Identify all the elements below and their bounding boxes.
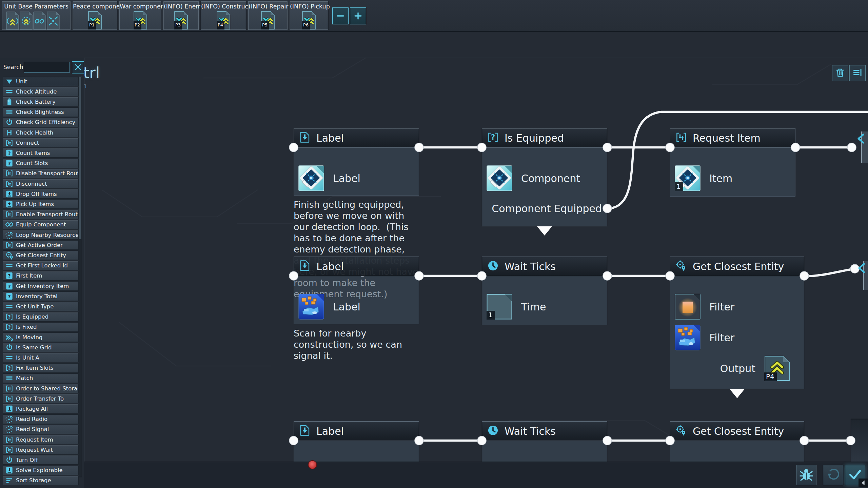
node-header[interactable]: Label	[294, 257, 419, 276]
sidebar-item-check-grid-efficiency[interactable]: Check Grid Efficiency	[3, 118, 79, 127]
node-slot[interactable]: Output P4	[720, 355, 790, 381]
component-slot-icon[interactable]	[298, 165, 324, 191]
search-input[interactable]	[24, 62, 70, 73]
radar-chevrons-icon[interactable]	[6, 12, 19, 30]
chevron-left-icon[interactable]	[856, 133, 865, 146]
sidebar-item-sort-storage[interactable]: Sort Storage	[3, 476, 79, 485]
sidebar-item-is-unit-a[interactable]: Is Unit A	[3, 353, 79, 362]
sidebar-item-count-items[interactable]: ?Count Items	[3, 148, 79, 158]
sidebar-item-count-slots[interactable]: ?Count Slots	[3, 159, 79, 168]
sidebar-item-get-active-order[interactable]: Get Active Order	[3, 240, 79, 250]
sidebar-item-enable-transport-route[interactable]: Enable Transport Route	[3, 210, 79, 219]
undo-button[interactable]	[823, 465, 843, 485]
filter-orange-slot-icon[interactable]	[675, 294, 701, 320]
sidebar-item-get-closest-entity[interactable]: Get Closest Entity	[3, 250, 79, 260]
sidebar-item-is-equipped[interactable]: ?Is Equipped	[3, 312, 79, 322]
node-body[interactable]	[482, 441, 607, 462]
node-header[interactable]: Wait Ticks	[482, 421, 607, 441]
node-slot[interactable]: Label	[298, 294, 360, 320]
sidebar-item-loop-nearby-resources[interactable]: Loop Nearby Resources	[3, 230, 79, 240]
node-request-item[interactable]: Request Item 1Item	[670, 128, 795, 197]
node-slot[interactable]: Component	[487, 165, 580, 191]
construction-slot-icon[interactable]	[675, 325, 701, 350]
sidebar-item-first-item[interactable]: ?First Item	[3, 271, 79, 281]
sidebar-item-match[interactable]: Match	[3, 373, 79, 383]
converge-icon[interactable]	[47, 12, 60, 30]
sidebar-item-read-radio[interactable]: Read Radio	[3, 414, 79, 424]
debug-button[interactable]	[796, 465, 816, 485]
component-slot-icon[interactable]	[487, 165, 512, 191]
sidebar-item-check-blightness[interactable]: Check Blightness	[3, 107, 79, 117]
sidebar-item-is-same-grid[interactable]: Is Same Grid	[3, 343, 79, 352]
tab--info-pickup[interactable]: (INFO) PickupP6	[290, 1, 328, 30]
sidebar-scrollbar[interactable]	[79, 77, 82, 477]
scrollbar-thumb[interactable]	[79, 77, 81, 239]
node-slot[interactable]: Filter	[675, 325, 734, 350]
sidebar-item-get-inventory-item[interactable]: ?Get Inventory Item	[3, 281, 79, 291]
node-header[interactable]: Label	[294, 421, 419, 441]
node-wait-ticks-2[interactable]: Wait Ticks	[482, 421, 607, 462]
sidebar-item-order-to-shared-storage[interactable]: Order to Shared Storage	[3, 384, 79, 393]
sidebar-item-inventory-total[interactable]: ?Inventory Total	[3, 291, 79, 301]
node-body[interactable]	[670, 441, 804, 462]
sidebar-item-check-battery[interactable]: Check Battery	[3, 97, 79, 106]
p4-slot-icon[interactable]: P4	[764, 355, 790, 381]
node-header[interactable]: Get Closest Entity	[670, 421, 804, 441]
sidebar-item-unit[interactable]: Unit	[3, 77, 79, 86]
sidebar-item-get-first-locked-id[interactable]: Get First Locked Id	[3, 261, 79, 270]
node-header[interactable]: ?Is Equipped	[482, 128, 607, 148]
node-get-closest-entity-1[interactable]: Get Closest Entity Filter FilterOutput P…	[670, 257, 804, 389]
search-clear-button[interactable]	[72, 61, 84, 74]
offscreen-node-fragment[interactable]	[851, 419, 868, 462]
parameter-doc-icon[interactable]: P3	[174, 11, 188, 29]
sidebar-item-pick-up-items[interactable]: Pick Up Items	[3, 199, 79, 209]
node-slot[interactable]: Label	[298, 165, 360, 191]
parameter-doc-icon[interactable]: P2	[134, 11, 147, 29]
sidebar-item-fix-item-slots[interactable]: ?Fix Item Slots	[3, 363, 79, 373]
node-label-3[interactable]: Label	[294, 421, 419, 462]
tab--info-enemy[interactable]: (INFO) EnemyP3	[163, 1, 199, 30]
link-icon[interactable]	[33, 12, 46, 30]
node-header[interactable]: Wait Ticks	[482, 257, 607, 276]
sidebar-item-get-unit-type[interactable]: Get Unit Type	[3, 302, 79, 311]
add-tab-button[interactable]	[350, 7, 366, 24]
sidebar-item-check-altitude[interactable]: Check Altitude	[3, 87, 79, 96]
node-header[interactable]: Label	[294, 128, 419, 148]
sidebar-item-check-health[interactable]: Check Health	[3, 128, 79, 137]
parameter-doc-icon[interactable]: P5	[261, 11, 275, 29]
cycle-chevrons-icon[interactable]	[20, 12, 33, 30]
chevron-left-icon[interactable]	[857, 262, 866, 275]
sidebar-item-request-item[interactable]: Request Item	[3, 435, 79, 444]
parameter-doc-icon[interactable]: P6	[302, 11, 316, 29]
node-label-1[interactable]: Label Label	[294, 128, 419, 196]
sidebar-item-request-wait[interactable]: Request Wait	[3, 445, 79, 454]
node-get-closest-entity-2[interactable]: Get Closest Entity	[670, 421, 804, 462]
time-slot-icon[interactable]: 1	[487, 294, 512, 320]
tab--info-repair[interactable]: (INFO) RepairP5	[248, 1, 288, 30]
sidebar-item-package-all[interactable]: Package All	[3, 404, 79, 413]
node-slot[interactable]: Filter	[675, 294, 734, 320]
sidebar-item-disable-transport-route[interactable]: Disable Transport Route	[3, 169, 79, 178]
sidebar-item-is-fixed[interactable]: ?Is Fixed	[3, 322, 79, 332]
sidebar-item-disconnect[interactable]: Disconnect	[3, 179, 79, 188]
node-canvas[interactable]: Finish getting equipped, before we move …	[84, 58, 868, 462]
node-is-equipped[interactable]: ?Is Equipped ComponentComponent Equipped	[482, 128, 607, 226]
node-header[interactable]: Request Item	[670, 128, 795, 148]
node-label-2[interactable]: Label Label	[294, 257, 419, 324]
sidebar-item-read-signal[interactable]: Read Signal	[3, 425, 79, 434]
node-slot[interactable]: 1Item	[675, 165, 732, 191]
sidebar-item-turn-off[interactable]: Turn Off	[3, 455, 79, 465]
remove-tab-button[interactable]	[332, 7, 349, 24]
sidebar-item-drop-off-items[interactable]: Drop Off Items	[3, 189, 79, 199]
parameter-doc-icon[interactable]: P1	[88, 11, 102, 29]
sidebar-item-equip-component[interactable]: Equip Component	[3, 220, 79, 229]
component-slot-icon[interactable]: 1	[675, 165, 701, 191]
sidebar-item-solve-explorable[interactable]: Solve Explorable	[3, 466, 79, 475]
node-header[interactable]: Get Closest Entity	[670, 257, 804, 276]
sidebar-item-connect[interactable]: Connect	[3, 138, 79, 147]
tab-unit-base-parameters[interactable]: Unit Base Parameters	[2, 1, 71, 30]
tab-war-component[interactable]: War componentP2	[119, 1, 161, 30]
sidebar-item-is-moving[interactable]: Is Moving	[3, 332, 79, 342]
tab-peace-component[interactable]: Peace componentP1	[73, 1, 117, 30]
node-slot[interactable]: 1Time	[487, 294, 546, 320]
